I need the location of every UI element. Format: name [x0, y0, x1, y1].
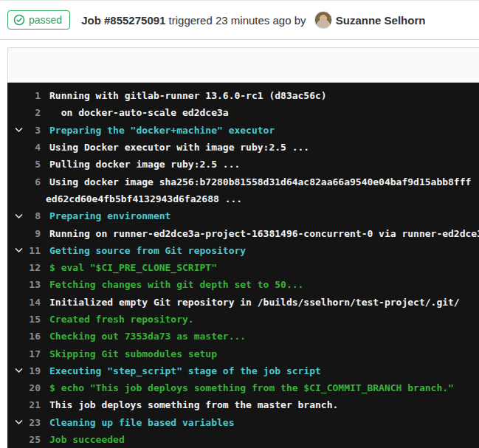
log-line: 8 Preparing environment [7, 207, 479, 224]
log-line-text: on docker-auto-scale ed2dce3a [41, 107, 229, 118]
log-line-number[interactable]: 14 [7, 297, 41, 308]
log-line-text: Getting source from Git repository [41, 245, 246, 256]
log-line-text: Pulling docker image ruby:2.5 ... [41, 159, 240, 170]
log-line-text: Running with gitlab-runner 13.6.0-rc1 (d… [41, 90, 327, 101]
log-line-text: Executing "step_script" stage of the job… [41, 365, 321, 376]
log-line: 13 Fetching changes with git depth set t… [7, 276, 479, 293]
log-line: 23 Cleaning up file based variables [7, 414, 479, 431]
collapse-chevron-icon[interactable] [14, 125, 24, 135]
log-line-number[interactable]: 17 [7, 348, 41, 359]
log-line: 9 Running on runner-ed2dce3a-project-163… [7, 224, 479, 241]
log-line: 21 This job deploys something from the m… [7, 396, 479, 413]
log-line: 15 Created fresh repository. [7, 311, 479, 328]
log-line: 20 $ echo "This job deploys something fr… [7, 379, 479, 396]
log-line: 14 Initialized empty Git repository in /… [7, 294, 479, 311]
log-line: 1 Running with gitlab-runner 13.6.0-rc1 … [7, 87, 479, 104]
log-line-text: Using Docker executor with image ruby:2.… [41, 142, 309, 153]
log-line-text: Running on runner-ed2dce3a-project-16381… [41, 228, 479, 239]
log-line-text: Skipping Git submodules setup [41, 348, 217, 359]
status-badge-label: passed [29, 13, 62, 27]
log-line: 16 Checking out 7353da73 as master... [7, 328, 479, 345]
log-line: 3 Preparing the "docker+machine" executo… [7, 122, 479, 139]
log-line-text: ed62cd60e4fb5bf4132943d6fa2688 ... [7, 193, 242, 204]
log-line: ed62cd60e4fb5bf4132943d6fa2688 ... [7, 190, 479, 207]
log-line-number[interactable]: 21 [7, 399, 41, 410]
log-line-number[interactable]: 12 [7, 262, 41, 273]
check-circle-icon [13, 14, 25, 26]
job-log: 1 Running with gitlab-runner 13.6.0-rc1 … [7, 83, 479, 448]
log-line-number[interactable]: 23 [7, 417, 41, 428]
log-line-text: This job deploys something from the mast… [41, 399, 338, 410]
log-line: 2 on docker-auto-scale ed2dce3a [7, 104, 479, 121]
log-line: 17 Skipping Git submodules setup [7, 345, 479, 362]
triggered-text: triggered 23 minutes ago by [165, 14, 309, 27]
user-avatar[interactable] [314, 11, 332, 29]
log-line-text: Job succeeded [41, 434, 125, 445]
status-badge[interactable]: passed [7, 10, 70, 30]
log-line-text: Preparing environment [41, 210, 170, 221]
log-line: 25 Job succeeded [7, 431, 479, 448]
log-line-text: Initialized empty Git repository in /bui… [41, 297, 460, 308]
log-line: 12 $ eval "$CI_PRE_CLONE_SCRIPT" [7, 259, 479, 276]
log-line-text: $ eval "$CI_PRE_CLONE_SCRIPT" [41, 262, 217, 273]
job-header: passed Job #855275091 triggered 23 minut… [0, 1, 479, 40]
log-line-number[interactable]: 9 [7, 228, 41, 239]
log-controls-bar [7, 47, 479, 83]
log-line-text: Using docker image sha256:b7280b81558d31… [41, 176, 471, 187]
collapse-chevron-icon[interactable] [14, 366, 24, 376]
log-line-number[interactable]: 15 [7, 314, 41, 325]
log-line-number[interactable]: 3 [7, 125, 41, 136]
log-line-number[interactable]: 11 [7, 245, 41, 256]
collapse-chevron-icon[interactable] [14, 211, 24, 221]
job-id-label: Job #855275091 [81, 14, 165, 27]
log-line-text: Preparing the "docker+machine" executor [41, 125, 275, 136]
log-line: 4 Using Docker executor with image ruby:… [7, 139, 479, 156]
log-line-number[interactable]: 20 [7, 382, 41, 393]
log-line-text: Checking out 7353da73 as master... [41, 331, 246, 342]
collapse-chevron-icon[interactable] [14, 246, 24, 255]
log-line-number[interactable]: 25 [7, 434, 41, 445]
log-line-text: $ echo "This job deploys something from … [41, 382, 454, 393]
log-line: 6 Using docker image sha256:b7280b81558d… [7, 173, 479, 190]
log-line-number[interactable]: 4 [7, 142, 41, 153]
log-line-number[interactable]: 13 [7, 279, 41, 290]
log-line-number[interactable]: 5 [7, 159, 41, 170]
log-line: 19 Executing "step_script" stage of the … [7, 362, 479, 379]
log-line-text: Created fresh repository. [41, 314, 194, 325]
collapse-chevron-icon[interactable] [14, 418, 24, 427]
log-line-number[interactable]: 6 [7, 176, 41, 187]
log-line-number[interactable]: 1 [7, 90, 41, 101]
log-line-number[interactable]: 8 [7, 210, 41, 221]
log-line-text: Cleaning up file based variables [41, 417, 234, 428]
job-header-text: Job #855275091 triggered 23 minutes ago … [81, 11, 425, 29]
user-name-link[interactable]: Suzanne Selhorn [336, 14, 426, 27]
log-line: 5 Pulling docker image ruby:2.5 ... [7, 156, 479, 173]
log-line: 11 Getting source from Git repository [7, 242, 479, 259]
log-line-number[interactable]: 16 [7, 331, 41, 342]
log-line-number[interactable]: 2 [7, 107, 41, 118]
log-line-number[interactable]: 19 [7, 365, 41, 376]
log-line-text: Fetching changes with git depth set to 5… [41, 279, 303, 290]
